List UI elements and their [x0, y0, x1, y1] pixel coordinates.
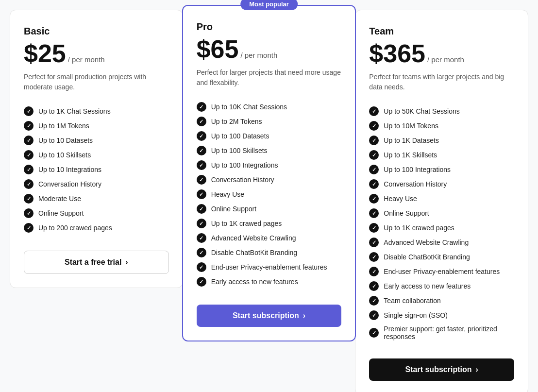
check-icon — [369, 208, 379, 218]
check-icon — [197, 219, 206, 228]
feature-item: Up to 10 Datasets — [24, 133, 169, 148]
check-icon — [369, 267, 379, 276]
check-icon — [197, 248, 206, 257]
feature-item: Online Support — [24, 206, 169, 221]
check-icon — [369, 194, 379, 204]
pricing-container: Basic $25 / per month Perfect for small … — [10, 10, 528, 392]
feature-text: Up to 100 Integrations — [211, 161, 278, 169]
arrow-icon: › — [125, 258, 128, 267]
check-icon — [24, 165, 34, 174]
feature-item: Up to 1M Tokens — [24, 119, 169, 133]
plan-price-basic: $25 / per month — [24, 41, 169, 66]
plan-period-pro: / per month — [240, 51, 277, 59]
feature-item: End-user Privacy-enablement features — [369, 264, 514, 279]
feature-text: Advanced Website Crawling — [384, 239, 469, 246]
check-icon — [197, 262, 206, 272]
feature-item: Disable ChatBotKit Branding — [197, 245, 342, 260]
check-icon — [197, 160, 206, 170]
check-icon — [369, 296, 379, 306]
plan-card-team: Team $365 / per month Perfect for teams … — [355, 10, 528, 392]
check-icon — [197, 102, 206, 112]
feature-item: Up to 100 Integrations — [369, 162, 514, 177]
feature-text: Up to 10 Datasets — [38, 136, 93, 144]
plan-name-team: Team — [369, 26, 514, 37]
feature-text: Premier support: get faster, prioritized… — [384, 325, 514, 341]
feature-text: Conversation History — [38, 180, 101, 188]
feature-item: Up to 10M Tokens — [369, 119, 514, 133]
check-icon — [369, 252, 379, 262]
feature-text: Advanced Website Crawling — [211, 234, 296, 242]
feature-item: Conversation History — [197, 172, 342, 187]
feature-text: Up to 1K Datasets — [384, 136, 439, 144]
feature-item: Single sign-on (SSO) — [369, 308, 514, 323]
plan-card-basic: Basic $25 / per month Perfect for small … — [10, 10, 183, 288]
plan-name-basic: Basic — [24, 26, 169, 37]
most-popular-badge: Most popular — [240, 0, 298, 10]
feature-item: Up to 10 Skillsets — [24, 148, 169, 162]
features-list-pro: Up to 10K Chat Sessions Up to 2M Tokens … — [197, 100, 342, 289]
feature-text: Disable ChatBotKit Branding — [384, 253, 470, 261]
check-icon — [369, 165, 379, 174]
check-icon — [24, 194, 34, 204]
check-icon — [197, 233, 206, 243]
feature-item: Heavy Use — [369, 191, 514, 206]
feature-item: Advanced Website Crawling — [369, 235, 514, 250]
feature-item: Up to 1K Skillsets — [369, 148, 514, 162]
feature-item: Up to 1K Datasets — [369, 133, 514, 148]
plan-period-team: / per month — [427, 55, 464, 64]
feature-text: Up to 10M Tokens — [384, 122, 438, 130]
check-icon — [24, 223, 34, 233]
feature-text: Up to 100 Skillsets — [211, 147, 268, 154]
feature-item: Early access to new features — [369, 279, 514, 293]
check-icon — [197, 117, 206, 126]
check-icon — [24, 121, 34, 131]
check-icon — [24, 179, 34, 189]
feature-item: Up to 10 Integrations — [24, 162, 169, 177]
check-icon — [24, 106, 34, 116]
feature-item: Disable ChatBotKit Branding — [369, 250, 514, 264]
plan-amount-basic: $25 — [24, 41, 66, 66]
plan-price-pro: $65 / per month — [197, 36, 342, 62]
check-icon — [24, 150, 34, 160]
feature-text: Up to 1K Chat Sessions — [38, 107, 111, 115]
features-list-team: Up to 50K Chat Sessions Up to 10M Tokens… — [369, 104, 514, 343]
feature-text: Up to 10 Skillsets — [38, 151, 91, 159]
feature-item: Up to 10K Chat Sessions — [197, 100, 342, 114]
cta-label-basic: Start a free trial — [65, 258, 121, 267]
feature-text: Up to 50K Chat Sessions — [384, 107, 459, 115]
feature-item: Up to 1K crawed pages — [369, 221, 514, 235]
feature-item: Online Support — [369, 206, 514, 221]
feature-text: Up to 200 crawed pages — [38, 224, 112, 232]
feature-text: End-user Privacy-enablement features — [384, 268, 500, 275]
check-icon — [369, 223, 379, 233]
feature-item: End-user Privacy-enablement features — [197, 260, 342, 274]
feature-item: Up to 200 crawed pages — [24, 221, 169, 235]
feature-text: Early access to new features — [384, 282, 471, 290]
plan-description-team: Perfect for teams with larger projects a… — [369, 72, 514, 92]
feature-text: Up to 1M Tokens — [38, 122, 89, 130]
feature-item: Early access to new features — [197, 274, 342, 289]
feature-item: Up to 100 Skillsets — [197, 143, 342, 158]
check-icon — [369, 150, 379, 160]
feature-item: Advanced Website Crawling — [197, 231, 342, 245]
feature-item: Conversation History — [369, 177, 514, 191]
feature-text: Heavy Use — [211, 190, 244, 198]
feature-text: Up to 1K crawed pages — [211, 220, 282, 227]
feature-item: Up to 2M Tokens — [197, 114, 342, 129]
cta-label-team: Start subscription — [405, 365, 472, 374]
feature-item: Up to 100 Integrations — [197, 158, 342, 172]
check-icon — [197, 277, 206, 287]
arrow-icon: › — [475, 365, 478, 374]
feature-item: Moderate Use — [24, 191, 169, 206]
features-list-basic: Up to 1K Chat Sessions Up to 1M Tokens U… — [24, 104, 169, 235]
feature-text: Up to 10K Chat Sessions — [211, 103, 287, 111]
plan-description-pro: Perfect for larger projects that need mo… — [197, 68, 342, 88]
cta-button-pro[interactable]: Start subscription › — [197, 305, 342, 327]
feature-item: Online Support — [197, 202, 342, 216]
cta-button-team[interactable]: Start subscription › — [369, 358, 514, 381]
check-icon — [369, 121, 379, 131]
feature-text: Heavy Use — [384, 195, 417, 203]
plan-price-team: $365 / per month — [369, 41, 514, 66]
cta-button-basic[interactable]: Start a free trial › — [24, 251, 169, 274]
feature-text: Up to 2M Tokens — [211, 118, 262, 125]
